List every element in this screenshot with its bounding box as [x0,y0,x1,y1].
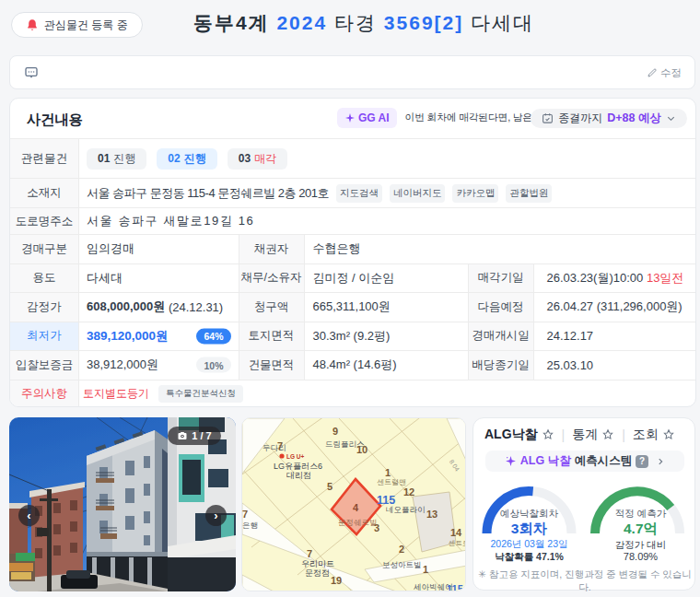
svg-text:보성아트빌: 보성아트빌 [382,560,422,569]
svg-text:센트로펠: 센트로펠 [449,539,466,547]
svg-text:센트럴맨: 센트럴맨 [377,478,406,486]
svg-text:13: 13 [426,509,438,520]
svg-text:1: 1 [423,564,428,575]
svg-text:115: 115 [447,583,463,591]
svg-text:5: 5 [327,481,332,492]
svg-text:19: 19 [331,575,342,586]
svg-text:문정점: 문정점 [305,568,330,578]
svg-text:10: 10 [356,444,368,455]
svg-text:4: 4 [353,502,359,513]
svg-text:1: 1 [385,467,391,478]
svg-text:9: 9 [332,426,338,437]
svg-text:우리마트: 우리마트 [301,559,334,568]
svg-text:LG U+: LG U+ [286,453,305,460]
svg-text:14: 14 [450,527,462,538]
svg-text:7: 7 [307,548,312,559]
svg-text:은행: 은행 [242,521,258,530]
svg-text:2: 2 [399,544,404,555]
svg-text:네오플라이: 네오플라이 [386,505,426,514]
svg-text:7: 7 [242,509,248,520]
svg-text:12: 12 [403,486,414,498]
svg-text:문정쉐르빌: 문정쉐르빌 [338,518,378,527]
svg-text:LG유플러스6: LG유플러스6 [274,462,322,471]
svg-text:7: 7 [277,440,283,451]
svg-text:3: 3 [374,522,379,533]
svg-text:대리점: 대리점 [286,471,311,480]
